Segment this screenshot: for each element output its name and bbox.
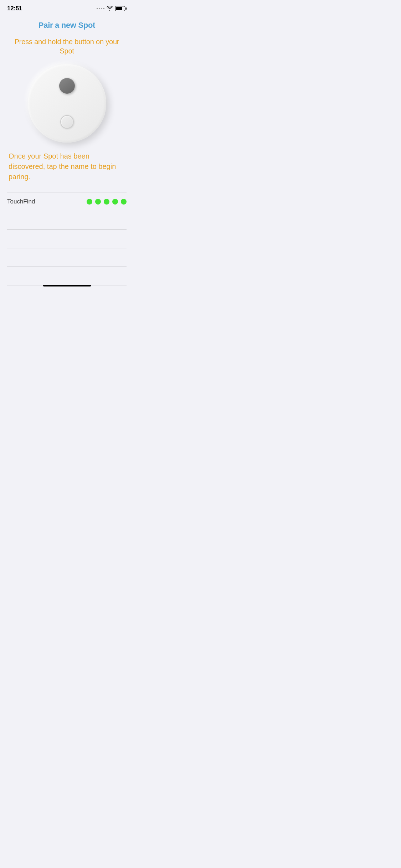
signal-dot [104, 199, 109, 205]
signal-dot [95, 199, 101, 205]
status-bar: 12:51 [0, 0, 134, 15]
signal-indicators [87, 199, 127, 205]
list-item[interactable]: TouchFind [7, 192, 127, 211]
main-content: Pair a new Spot Press and hold the butto… [0, 21, 134, 285]
device-illustration [7, 64, 127, 143]
list-item-empty [7, 211, 127, 230]
list-item-empty [7, 248, 127, 267]
signal-dot [87, 199, 92, 205]
wifi-icon [107, 6, 113, 11]
battery-icon [115, 6, 127, 11]
signal-dot [112, 199, 118, 205]
spot-top-button [59, 78, 75, 94]
spot-device [28, 64, 106, 143]
status-time: 12:51 [7, 5, 22, 12]
spot-bottom-button [60, 115, 74, 129]
device-name: TouchFind [7, 198, 35, 205]
list-item-empty [7, 230, 127, 248]
discovery-text: Once your Spot has been discovered, tap … [7, 151, 127, 182]
home-indicator [43, 285, 91, 286]
list-item-empty [7, 267, 127, 285]
device-list: TouchFind [7, 192, 127, 285]
signal-dot [121, 199, 127, 205]
cellular-signal-icon [97, 8, 104, 9]
instruction-text: Press and hold the button on your Spot [7, 37, 127, 56]
status-icons [97, 6, 127, 11]
page-title: Pair a new Spot [7, 21, 127, 30]
